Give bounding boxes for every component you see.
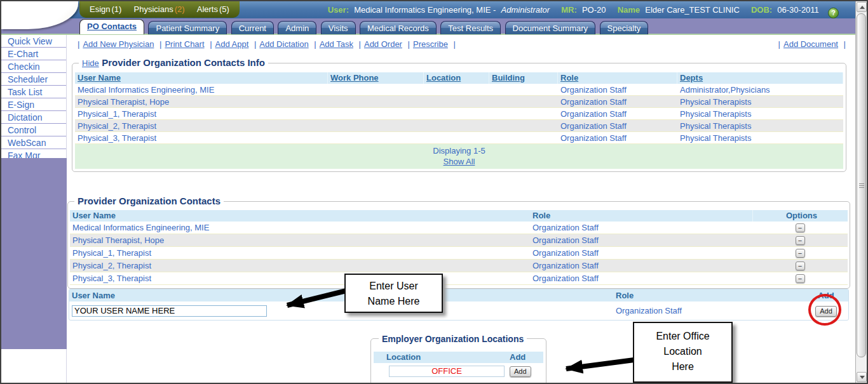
tab-document-summary[interactable]: Document Summary (505, 21, 595, 34)
action-link-bar-right: |Add Document | (775, 39, 849, 49)
sidebar-item-e-chart[interactable]: E-Chart (1, 48, 66, 60)
cell-user-name: Physical Therapist, Hope (75, 96, 328, 108)
remove-contact-button[interactable]: − (796, 274, 805, 283)
sidebar-item-dictation[interactable]: Dictation (1, 111, 66, 124)
add-location-button[interactable]: Add (510, 366, 531, 377)
tab-current[interactable]: Current (231, 21, 274, 34)
col-depts[interactable]: Depts (677, 72, 843, 84)
tab-specialty[interactable]: Specialty (600, 21, 649, 34)
physicians-notification[interactable]: Physicians(2) (134, 4, 185, 14)
cell-location (424, 120, 489, 132)
sidebar-background-panel (1, 158, 67, 349)
cell-user-name: Medical Informatics Engineering, MIE (70, 222, 530, 234)
cell-building (489, 108, 558, 120)
cell-role: Organization Staff (558, 84, 677, 96)
table-row[interactable]: Physical_2, Therapist Organization Staff… (75, 120, 843, 132)
note-line: Name Here (346, 294, 442, 309)
role-value: Organization Staff (613, 306, 804, 315)
separator: | (254, 39, 256, 49)
table-row[interactable]: Physical_3, Therapist Organization Staff… (75, 132, 843, 144)
esign-notification[interactable]: Esign(1) (90, 4, 121, 14)
sidebar-item-control[interactable]: Control (1, 124, 66, 136)
col-building[interactable]: Building (489, 72, 558, 84)
add-order-link[interactable]: Add Order (364, 39, 402, 49)
user-name-input[interactable] (72, 305, 267, 317)
sidebar-item-checkin[interactable]: Checkin (1, 60, 66, 73)
locations-legend: Employer Organization Locations (379, 333, 527, 345)
remove-contact-button[interactable]: − (796, 236, 805, 245)
tab-patient-summary[interactable]: Patient Summary (148, 21, 227, 34)
col-work-phone[interactable]: Work Phone (328, 72, 424, 84)
location-input[interactable] (389, 366, 505, 377)
cell-building (489, 96, 558, 108)
table-row[interactable]: Physical_1, Therapist Organization Staff… (70, 247, 848, 260)
sidebar-item-webscan[interactable]: WebScan (1, 136, 66, 149)
po-contacts-table: User Name Role Options Medical Informati… (70, 210, 848, 285)
table-row[interactable]: Physical Therapist, Hope Organization St… (75, 96, 843, 108)
cell-role: Organization Staff (558, 96, 677, 108)
scroll-up-button[interactable] (857, 2, 867, 12)
add-new-physician-link[interactable]: Add New Physician (83, 39, 154, 49)
separator: | (454, 39, 456, 49)
remove-contact-button[interactable]: − (796, 262, 805, 270)
sidebar-item-quick-view[interactable]: Quick View (1, 35, 66, 48)
cell-user-name: Physical Therapist, Hope (70, 234, 530, 247)
sidebar-item-scheduler[interactable]: Scheduler (1, 73, 66, 86)
table-row[interactable]: Physical_1, Therapist Organization Staff… (75, 108, 843, 120)
sidebar-item-task-list[interactable]: Task List (1, 86, 66, 98)
alerts-count: (5) (219, 4, 229, 14)
cell-work-phone (328, 108, 424, 120)
tab-visits[interactable]: Visits (321, 21, 356, 34)
separator: | (78, 39, 79, 49)
add-appt-link[interactable]: Add Appt (215, 39, 249, 49)
name-value: Elder Care_TEST CLINIC (645, 5, 740, 15)
col-add: Add (510, 352, 543, 363)
add-dictation-link[interactable]: Add Dictation (259, 39, 308, 49)
print-chart-link[interactable]: Print Chart (165, 39, 204, 49)
remove-contact-button[interactable]: − (796, 223, 805, 232)
remove-contact-button[interactable]: − (796, 249, 805, 258)
show-all-link[interactable]: Show All (444, 157, 475, 166)
tab-po-contacts[interactable]: PO Contacts (79, 19, 144, 34)
col-location[interactable]: Location (424, 72, 489, 84)
help-icon[interactable]: ? (828, 8, 839, 18)
locations-title: Employer Organization Locations (382, 334, 524, 344)
vertical-scrollbar[interactable] (855, 1, 867, 383)
prescribe-link[interactable]: Prescribe (413, 39, 448, 49)
cell-user-name: Medical Informatics Engineering, MIE (75, 84, 328, 96)
scrollbar-thumb[interactable] (857, 13, 866, 357)
dob-value: 06-30-2011 (777, 5, 819, 15)
mr-value: PO-20 (582, 5, 606, 15)
note-line: Location (634, 344, 731, 359)
col-user-name[interactable]: User Name (75, 72, 328, 84)
tab-admin[interactable]: Admin (278, 21, 316, 34)
add-document-link[interactable]: Add Document (783, 39, 838, 49)
table-row[interactable]: Medical Informatics Engineering, MIE Org… (70, 222, 848, 234)
col-role[interactable]: Role (558, 72, 677, 84)
tab-test-results[interactable]: Test Results (440, 21, 501, 34)
cell-work-phone (328, 120, 424, 132)
scroll-down-button[interactable] (857, 372, 867, 382)
cell-location (424, 96, 489, 108)
dob-label: DOB: (751, 5, 772, 15)
sidebar-item-e-sign[interactable]: E-Sign (1, 98, 66, 111)
hide-link[interactable]: Hide (82, 58, 99, 68)
note-line: Enter User (346, 279, 442, 294)
po-contacts-title: Provider Organization Contacts (78, 195, 220, 206)
user-label: User: (328, 5, 349, 15)
add-task-link[interactable]: Add Task (320, 39, 353, 49)
table-row[interactable]: Physical_2, Therapist Organization Staff… (70, 260, 848, 272)
cell-role: Organization Staff (558, 132, 677, 144)
table-row[interactable]: Physical Therapist, Hope Organization St… (70, 234, 848, 247)
tab-medical-records[interactable]: Medical Records (360, 21, 437, 34)
user-role: Administrator (501, 5, 550, 15)
tab-bar: PO Contacts Patient Summary Current Admi… (1, 18, 855, 35)
physicians-count: (2) (175, 4, 185, 14)
alerts-notification[interactable]: Alerts(5) (197, 4, 229, 14)
table-row[interactable]: Physical_3, Therapist Organization Staff… (70, 272, 848, 285)
col-user-name: User Name (69, 289, 613, 301)
cell-role: Organization Staff (530, 222, 752, 234)
add-button-highlight-circle (808, 294, 841, 326)
table-row[interactable]: Medical Informatics Engineering, MIE Org… (75, 84, 843, 96)
col-role: Role (613, 289, 804, 301)
